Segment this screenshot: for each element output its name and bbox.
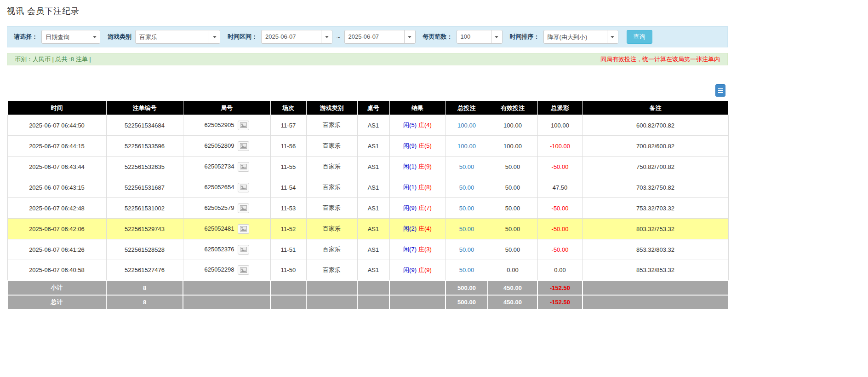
bet-id-cell: 522561527476 <box>106 260 183 281</box>
page-size-select[interactable]: 100 <box>457 30 503 44</box>
summary-valid-bet-cell: 450.00 <box>488 281 537 295</box>
chevron-down-icon[interactable] <box>209 30 220 43</box>
table-number-cell: AS1 <box>357 157 389 177</box>
valid-bet-cell: 50.00 <box>488 177 537 198</box>
valid-bet-cell: 50.00 <box>488 219 537 239</box>
chevron-down-icon[interactable] <box>404 30 415 43</box>
session-cell: 11-57 <box>270 115 306 136</box>
result-player: 闲(2) <box>403 225 417 232</box>
video-replay-icon[interactable] <box>238 183 249 192</box>
result-player: 闲(9) <box>403 204 417 211</box>
game-type-cell: 百家乐 <box>306 239 357 260</box>
bet-id-cell: 522561529743 <box>106 219 183 239</box>
table-number-cell: AS1 <box>357 239 389 260</box>
sort-order-value: 降幂(由大到小) <box>544 30 607 43</box>
table-number-cell: AS1 <box>357 219 389 239</box>
summary-total-bet-cell: 500.00 <box>445 281 488 295</box>
total-bet-cell: 50.00 <box>445 157 488 177</box>
video-replay-icon[interactable] <box>238 265 249 275</box>
search-button[interactable]: 查询 <box>627 30 652 44</box>
remark-cell: 700.82/600.82 <box>582 136 728 157</box>
game-type-value: 百家乐 <box>136 30 209 43</box>
round-number: 625052734 <box>204 162 234 169</box>
date-to-select[interactable]: 2025-06-07 <box>344 30 416 44</box>
game-type-cell: 百家乐 <box>306 198 357 219</box>
result-player: 闲(7) <box>403 246 417 253</box>
query-type-label: 请选择： <box>14 33 38 41</box>
total-bet-link[interactable]: 100.00 <box>457 122 476 129</box>
total-bet-cell: 100.00 <box>445 136 488 157</box>
game-type-cell: 百家乐 <box>306 136 357 157</box>
video-replay-icon[interactable] <box>238 224 249 234</box>
summary-count-cell: 8 <box>106 281 183 295</box>
sort-order-select[interactable]: 降幂(由大到小) <box>543 30 618 44</box>
round-number: 625052905 <box>204 121 234 128</box>
video-replay-icon[interactable] <box>238 245 249 255</box>
result-banker: 庄(9) <box>418 163 432 170</box>
session-cell: 11-55 <box>270 157 306 177</box>
total-bet-cell: 50.00 <box>445 219 488 239</box>
result-banker: 庄(9) <box>418 267 432 273</box>
payout-cell: 100.00 <box>537 115 582 136</box>
round-cell: 625052579 <box>183 198 270 219</box>
result-banker: 庄(3) <box>418 246 432 253</box>
game-type-select[interactable]: 百家乐 <box>135 30 220 44</box>
video-replay-icon[interactable] <box>238 162 249 172</box>
round-cell: 625052905 <box>183 115 270 136</box>
time-cell: 2025-06-07 06:44:15 <box>7 136 106 157</box>
chevron-down-icon[interactable] <box>321 30 332 43</box>
total-bet-link[interactable]: 50.00 <box>459 205 474 212</box>
valid-bet-cell: 100.00 <box>488 115 537 136</box>
chevron-down-icon[interactable] <box>89 30 100 43</box>
result-player: 闲(5) <box>403 122 417 128</box>
payout-cell: -50.00 <box>537 198 582 219</box>
total-bet-cell: 50.00 <box>445 260 488 281</box>
date-from-select[interactable]: 2025-06-07 <box>261 30 332 44</box>
bet-id-cell: 522561533596 <box>106 136 183 157</box>
summary-row: 小计 8 500.00 450.00 -152.50 <box>7 281 728 295</box>
chevron-down-icon[interactable] <box>491 30 502 43</box>
header-total-bet: 总投注 <box>445 101 488 115</box>
result-cell: 闲(9)庄(7) <box>389 198 445 219</box>
bet-id-cell: 522561531002 <box>106 198 183 219</box>
total-bet-link[interactable]: 50.00 <box>459 246 474 253</box>
table-header: 时间 注单编号 局号 场次 游戏类别 桌号 结果 总投注 有效投注 总派彩 备注 <box>7 101 728 115</box>
game-type-label: 游戏类别 <box>108 33 131 41</box>
table-toolbar <box>7 84 725 97</box>
round-number: 625052376 <box>204 245 234 252</box>
table-body: 2025-06-07 06:44:50 522561534684 6250529… <box>7 115 728 281</box>
session-cell: 11-50 <box>270 260 306 281</box>
game-type-cell: 百家乐 <box>306 260 357 281</box>
game-type-cell: 百家乐 <box>306 115 357 136</box>
result-player: 闲(9) <box>403 142 417 149</box>
bet-records-table: 时间 注单编号 局号 场次 游戏类别 桌号 结果 总投注 有效投注 总派彩 备注… <box>7 101 729 310</box>
video-replay-icon[interactable] <box>238 121 249 130</box>
time-cell: 2025-06-07 06:43:15 <box>7 177 106 198</box>
result-banker: 庄(4) <box>418 122 432 128</box>
valid-bet-cell: 50.00 <box>488 198 537 219</box>
chevron-down-icon[interactable] <box>607 30 618 43</box>
video-replay-icon[interactable] <box>238 141 249 151</box>
result-player: 闲(9) <box>403 267 417 273</box>
summary-count-cell: 8 <box>106 295 183 309</box>
menu-icon[interactable] <box>715 84 725 97</box>
total-bet-cell: 100.00 <box>445 115 488 136</box>
time-cell: 2025-06-07 06:40:58 <box>7 260 106 281</box>
remark-cell: 600.82/700.82 <box>582 115 728 136</box>
total-bet-link[interactable]: 100.00 <box>457 143 476 150</box>
table-row: 2025-06-07 06:44:15 522561533596 6250528… <box>7 136 728 157</box>
header-result: 结果 <box>389 101 445 115</box>
total-bet-link[interactable]: 50.00 <box>459 267 474 273</box>
total-bet-link[interactable]: 50.00 <box>459 226 474 232</box>
query-type-select[interactable]: 日期查询 <box>41 30 100 44</box>
page-title: 视讯 会员下注纪录 <box>7 6 728 17</box>
session-cell: 11-51 <box>270 239 306 260</box>
result-banker: 庄(7) <box>418 204 432 211</box>
result-banker: 庄(8) <box>418 184 432 191</box>
table-row: 2025-06-07 06:44:50 522561534684 6250529… <box>7 115 728 136</box>
remark-cell: 853.32/853.32 <box>582 260 728 281</box>
result-player: 闲(1) <box>403 163 417 170</box>
total-bet-link[interactable]: 50.00 <box>459 163 474 170</box>
total-bet-link[interactable]: 50.00 <box>459 184 474 191</box>
video-replay-icon[interactable] <box>238 203 249 213</box>
